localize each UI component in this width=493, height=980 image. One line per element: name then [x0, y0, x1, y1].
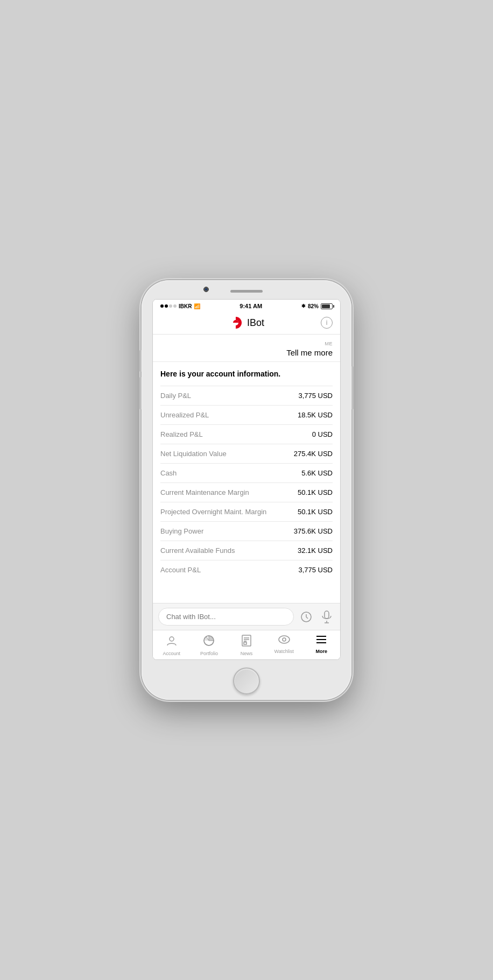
account-row: Net Liquidation Value275.4K USD: [160, 444, 333, 463]
account-icon: [166, 635, 178, 649]
status-bar: IBKR 📶 9:41 AM ✱ 82%: [153, 300, 340, 311]
row-label: Current Available Funds: [160, 546, 235, 555]
microphone-icon[interactable]: [319, 609, 335, 625]
phone-frame: IBKR 📶 9:41 AM ✱ 82%: [142, 280, 351, 700]
power-button[interactable]: [351, 366, 354, 409]
tab-news[interactable]: News: [228, 630, 265, 659]
row-value: 50.1K USD: [298, 488, 333, 496]
svg-rect-16: [244, 642, 246, 644]
volume-down-button[interactable]: [139, 377, 142, 409]
tab-watchlist[interactable]: Watchlist: [265, 630, 303, 659]
account-row: Buying Power375.6K USD: [160, 521, 333, 541]
user-message-text: Tell me more: [286, 348, 333, 357]
tab-portfolio[interactable]: Portfolio: [191, 630, 228, 659]
portfolio-icon: [203, 635, 215, 649]
row-label: Daily P&L: [160, 392, 191, 400]
header-logo: IBot: [229, 316, 264, 330]
account-row: Realized P&L0 USD: [160, 424, 333, 444]
row-value: 18.5K USD: [298, 411, 333, 419]
row-label: Buying Power: [160, 527, 203, 535]
row-label: Net Liquidation Value: [160, 450, 227, 458]
row-label: Realized P&L: [160, 430, 203, 438]
account-row: Cash5.6K USD: [160, 463, 333, 482]
bot-response: Here is your account information. Daily …: [153, 362, 340, 584]
account-row: Current Available Funds32.1K USD: [160, 541, 333, 560]
row-value: 3,775 USD: [298, 392, 333, 400]
time-display: 9:41 AM: [240, 303, 262, 309]
row-value: 275.4K USD: [294, 450, 333, 458]
speaker: [230, 290, 263, 293]
row-label: Current Maintenance Margin: [160, 488, 249, 496]
row-label: Cash: [160, 469, 177, 477]
status-right: ✱ 82%: [301, 303, 333, 309]
row-value: 32.1K USD: [298, 546, 333, 555]
signal-icon: [160, 304, 177, 308]
info-icon: i: [326, 319, 328, 326]
account-row: Unrealized P&L18.5K USD: [160, 405, 333, 424]
row-label: Projected Overnight Maint. Margin: [160, 508, 266, 516]
svg-point-6: [170, 637, 174, 641]
svg-point-18: [283, 638, 286, 641]
tab-news-label: News: [241, 651, 253, 656]
tab-more-label: More: [315, 649, 327, 654]
chat-area[interactable]: ME Tell me more Here is your account inf…: [153, 335, 340, 603]
row-label: Unrealized P&L: [160, 411, 209, 419]
more-icon: [315, 635, 327, 647]
svg-point-17: [279, 636, 290, 643]
account-table: Daily P&L3,775 USDUnrealized P&L18.5K US…: [160, 386, 333, 579]
row-value: 3,775 USD: [298, 566, 333, 574]
user-label: ME: [325, 341, 333, 346]
tab-portfolio-label: Portfolio: [200, 651, 218, 656]
svg-rect-3: [325, 611, 329, 619]
tab-bar: Account Portfolio: [153, 630, 340, 659]
tab-more[interactable]: More: [302, 630, 340, 659]
input-area: [153, 603, 340, 630]
chat-input[interactable]: [158, 608, 294, 626]
wifi-icon: 📶: [194, 303, 200, 309]
camera: [203, 287, 209, 292]
battery-percentage: 82%: [308, 303, 319, 309]
app-header: IBot i: [153, 311, 340, 335]
tab-account-label: Account: [163, 651, 181, 656]
row-value: 0 USD: [312, 430, 333, 438]
account-row: Projected Overnight Maint. Margin50.1K U…: [160, 502, 333, 521]
news-icon: [241, 635, 252, 649]
watchlist-icon: [278, 635, 291, 647]
tab-account[interactable]: Account: [153, 630, 191, 659]
tab-watchlist-label: Watchlist: [274, 649, 293, 654]
carrier-label: IBKR: [179, 303, 192, 309]
home-button[interactable]: [233, 667, 260, 694]
account-row: Daily P&L3,775 USD: [160, 386, 333, 405]
history-icon[interactable]: [298, 609, 314, 625]
row-value: 50.1K USD: [298, 508, 333, 516]
bluetooth-icon: ✱: [301, 303, 306, 309]
app-title: IBot: [247, 317, 264, 329]
screen: IBKR 📶 9:41 AM ✱ 82%: [152, 299, 341, 660]
ibkr-logo-icon: [229, 316, 243, 330]
bot-intro-text: Here is your account information.: [160, 370, 333, 378]
user-message: ME Tell me more: [153, 335, 340, 362]
battery-fill: [322, 304, 330, 308]
row-value: 5.6K USD: [301, 469, 333, 477]
battery-icon: [321, 303, 333, 309]
account-row: Current Maintenance Margin50.1K USD: [160, 482, 333, 502]
status-left: IBKR 📶: [160, 303, 200, 309]
volume-up-button[interactable]: [139, 350, 142, 372]
account-row: Account P&L3,775 USD: [160, 560, 333, 579]
row-value: 375.6K USD: [294, 527, 333, 535]
row-label: Account P&L: [160, 566, 201, 574]
info-button[interactable]: i: [321, 317, 333, 329]
